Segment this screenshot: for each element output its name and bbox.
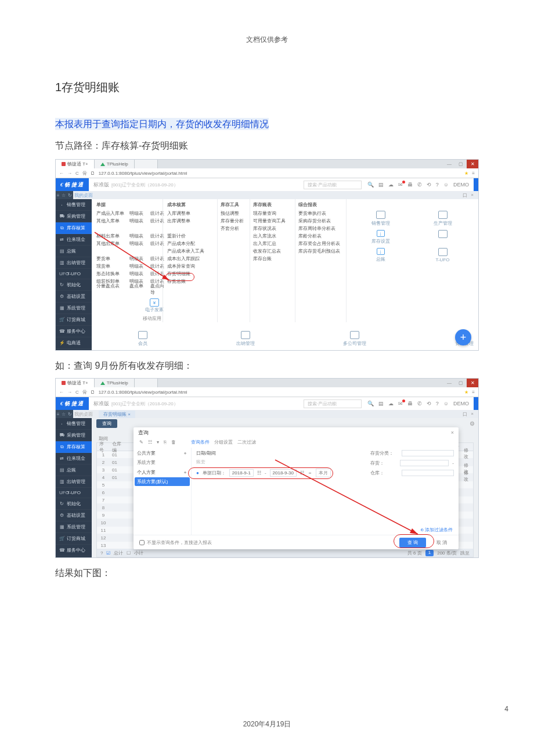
search-icon-2[interactable]: 🔍 — [367, 401, 374, 406]
cell[interactable]: 成本出入库跟踪 — [167, 255, 221, 262]
cell[interactable]: 重新计价 — [167, 233, 221, 239]
sidenav-item-4[interactable]: ▤总账 — [56, 465, 92, 476]
modal-tab-group[interactable]: 分组设置 — [214, 439, 233, 445]
win-max-icon-2[interactable]: ▢ — [455, 379, 467, 387]
cell[interactable]: 产成品入库单 — [96, 210, 126, 217]
browser-menu-icon-2[interactable]: ≡ — [472, 390, 475, 395]
left-personal[interactable]: 个人方案 — [137, 469, 156, 476]
reload-icon-2[interactable]: C — [75, 390, 79, 395]
sidenav-item-11[interactable]: ☎服务中心 — [56, 545, 92, 556]
iconcard-4[interactable]: 总账 — [349, 248, 412, 262]
back-icon[interactable]: ← — [59, 171, 64, 176]
sidenav-item-7[interactable]: ↻初始化 — [56, 498, 92, 510]
iconcard-1[interactable]: 生产管理 — [412, 211, 474, 226]
forward-icon[interactable]: → — [67, 171, 72, 176]
phone-icon-2[interactable]: ✆ — [417, 401, 422, 406]
url-text-2[interactable]: 127.0.0.1:8080/tplus/view/portal/portal.… — [99, 390, 461, 395]
bottom-icon-0[interactable]: 会员 — [138, 331, 147, 347]
cell[interactable]: 库存资金占用分析表 — [298, 240, 349, 247]
phone-icon[interactable]: ✆ — [417, 182, 422, 188]
wh-input[interactable] — [402, 470, 454, 476]
cell[interactable]: 明细表 — [129, 263, 146, 269]
sidenav-item-2[interactable]: ⧉库存核算 — [56, 222, 92, 234]
global-search-input[interactable]: 搜索·产品功能 — [304, 181, 362, 189]
cell[interactable]: 明细表 — [129, 233, 146, 239]
sidenav-item-10[interactable]: 🛒订货商城 — [56, 314, 92, 326]
cell[interactable]: 统计表 — [150, 271, 167, 277]
modal-icon-edit[interactable]: ✎ — [139, 440, 143, 445]
cell[interactable]: 库存状况表 — [253, 225, 298, 232]
sidenav-item-9[interactable]: ▦系统管理 — [56, 303, 92, 314]
footer-info-icon[interactable]: ? — [100, 550, 103, 556]
left-plan-item[interactable]: 系统方案(默认) — [135, 477, 190, 486]
cell[interactable]: 齐套分析 — [221, 225, 253, 232]
iconcard-3[interactable] — [412, 230, 474, 244]
bookmark-star-icon-2[interactable]: ★ — [464, 390, 468, 395]
cell[interactable]: 出入库流水 — [253, 233, 298, 239]
cell[interactable]: 收发存汇总表 — [253, 248, 298, 254]
page-current[interactable]: 1 — [425, 550, 434, 556]
home-icon[interactable]: 骨 — [82, 170, 87, 177]
cell[interactable]: 统计表 — [150, 255, 167, 262]
cell[interactable]: 可用量查询工具 — [253, 218, 298, 224]
bottom-icon-2[interactable]: 多公司管理 — [343, 331, 366, 347]
cell[interactable]: 成本异常查询 — [167, 263, 221, 269]
cell[interactable]: 统计表 — [150, 233, 167, 239]
modal-tab-cond[interactable]: 查询条件 — [191, 439, 210, 445]
subtab-desktop-2[interactable]: 我的桌面 — [74, 411, 93, 417]
browser-menu-icon[interactable]: ≡ — [472, 171, 475, 176]
cat-input[interactable] — [402, 450, 454, 456]
sidenav-item-13[interactable]: ✪协同办公 — [56, 349, 92, 351]
cell[interactable]: 预估调整 — [221, 210, 253, 217]
modal-icon-drop[interactable]: ▾ — [157, 440, 159, 445]
page-jump[interactable]: 跳至 — [460, 550, 470, 556]
cell[interactable]: 出库调整单 — [167, 218, 221, 224]
browser-tab-1b[interactable]: 畅捷通 T+ — [56, 379, 95, 387]
sidenav-item-5[interactable]: ▥出纳管理 — [56, 476, 92, 488]
global-search-input-2[interactable]: 搜索·产品功能 — [304, 399, 362, 408]
sidenav-item-12[interactable]: ⚡电商通 — [56, 556, 92, 558]
user-icon-2[interactable]: ☺ — [443, 401, 449, 406]
cell[interactable]: 明细表 — [129, 240, 146, 247]
reload-icon[interactable]: C — [75, 171, 79, 176]
date-suffix[interactable]: 本月 — [316, 469, 331, 477]
sidenav-item-3[interactable]: ⇄往来现金 — [56, 453, 92, 465]
sidenav-item-6[interactable]: UFOT-UFO — [56, 269, 92, 279]
cell[interactable]: 形态转换单 — [96, 271, 126, 277]
forward-icon-2[interactable]: → — [67, 390, 72, 395]
iconcard-0[interactable]: 销售管理 — [349, 211, 412, 226]
cell[interactable]: 产品成本录入工具 — [167, 248, 221, 254]
bottom-icon-1[interactable]: 出纳管理 — [236, 331, 255, 347]
browser-tab-2b[interactable]: TPlusHelp — [95, 379, 135, 387]
sidenav-item-4[interactable]: ▤总账 — [56, 246, 92, 257]
sidenav-item-2[interactable]: ⧉库存核算 — [56, 441, 92, 453]
subtab-min-icon-2[interactable]: 口 — [463, 411, 467, 417]
cell[interactable]: 要货单执行表 — [298, 210, 349, 217]
fab-add-button[interactable]: + — [455, 329, 471, 345]
modal-close-icon[interactable]: × — [451, 430, 454, 435]
iconcard-5[interactable]: T-UFO — [412, 248, 474, 262]
sidenav-item-11[interactable]: ☎服务中心 — [56, 326, 92, 337]
url-text[interactable]: 127.0.0.1:8080/tplus/view/portal/portal.… — [99, 171, 461, 176]
cell[interactable]: 存货总账 — [167, 278, 221, 285]
browser-tab-1[interactable]: 畅捷通 T+ — [56, 160, 95, 168]
cell[interactable]: 分量盘点表 — [96, 283, 126, 296]
cell[interactable]: 盘点向导 — [150, 283, 167, 296]
cell[interactable]: 材料出库单 — [96, 233, 126, 239]
query-button[interactable]: 查询 — [96, 419, 117, 428]
iconcard-2[interactable]: 库存设置 — [349, 230, 412, 244]
modal-ok-button[interactable]: 查 询 — [399, 538, 426, 548]
radio-on-icon[interactable]: ● — [196, 470, 199, 476]
subtab-close-icon-2[interactable]: × — [471, 411, 474, 417]
cell[interactable]: 要货单 — [96, 255, 126, 262]
table-row[interactable]: 15 — [97, 557, 473, 558]
date-to-input[interactable]: 2018-9-30 — [270, 469, 297, 477]
subtab-min-icon[interactable]: 口 — [463, 192, 467, 199]
sidenav-item-12[interactable]: ⚡电商通 — [56, 337, 92, 349]
sidenav-item-0[interactable]: ⬪销售管理 — [56, 418, 92, 430]
sidenav-item-0[interactable]: ⬪销售管理 — [56, 199, 92, 211]
win-close-icon[interactable]: ✕ — [467, 160, 478, 168]
inv-input[interactable] — [400, 460, 449, 466]
cell[interactable]: 统计表 — [150, 263, 167, 269]
cell[interactable]: 其他出库单 — [96, 240, 126, 247]
